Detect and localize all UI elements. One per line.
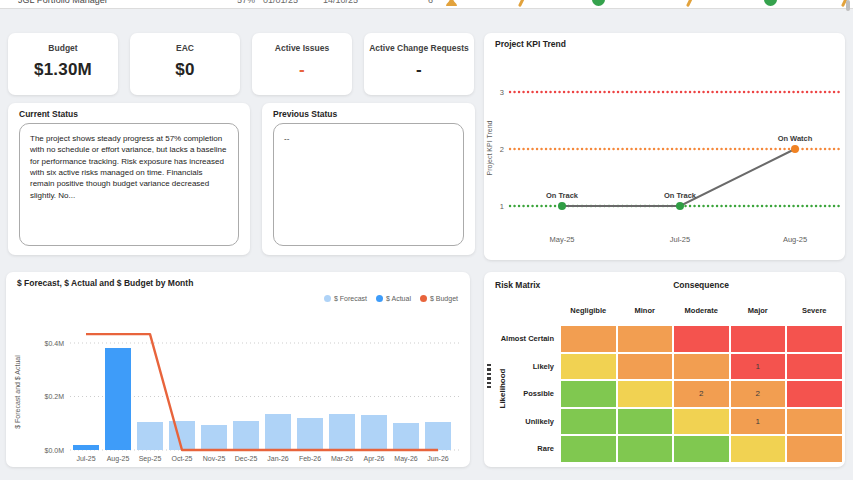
x-axis-tick: Jun-26 — [427, 455, 449, 462]
bar[interactable] — [201, 425, 227, 450]
bar[interactable] — [137, 422, 163, 450]
status-text: The project shows steady progress at 57%… — [20, 124, 238, 210]
likelihood-row-header: Rare — [484, 444, 554, 453]
x-axis-tick: Aug-25 — [107, 455, 130, 463]
kpi-trend-panel: Project KPI Trend Project KPI Trend123On… — [484, 33, 845, 260]
x-axis-tick: Jan-26 — [267, 455, 289, 462]
panel-title: $ Forecast, $ Actual and $ Budget by Mon… — [17, 278, 193, 288]
likelihood-row-header: Unlikely — [484, 417, 554, 426]
panel-title: Previous Status — [273, 109, 337, 119]
risk-cell[interactable] — [674, 354, 729, 380]
risk-cell[interactable] — [618, 326, 673, 352]
bar[interactable] — [233, 421, 259, 450]
risk-cell[interactable] — [787, 354, 842, 380]
x-axis-tick: Aug-25 — [783, 235, 807, 244]
risk-cell[interactable] — [561, 409, 616, 435]
risk-cell[interactable]: 2 — [731, 381, 786, 407]
risk-cell[interactable] — [618, 381, 673, 407]
kpi-card-eac: EAC $0 — [130, 33, 240, 95]
y-axis-tick: $0.2M — [45, 393, 65, 400]
point-label: On Track — [664, 191, 697, 200]
risk-cell[interactable]: 1 — [731, 409, 786, 435]
risk-cell[interactable] — [561, 436, 616, 462]
x-axis-tick: Oct-25 — [171, 455, 192, 462]
consequence-column-header: Moderate — [673, 306, 730, 315]
y-axis-tick: 1 — [500, 202, 504, 211]
consequence-column-header: Minor — [617, 306, 674, 315]
risk-cell[interactable] — [618, 409, 673, 435]
kpi-label: Active Issues — [252, 43, 352, 53]
risk-cell[interactable] — [787, 381, 842, 407]
kpi-card-active-change-requests: Active Change Requests - — [364, 33, 474, 95]
y-axis-title: $ Forecast and $ Actual — [14, 355, 21, 429]
kpi-value: - — [252, 60, 352, 80]
kpi-value: $1.30M — [8, 60, 118, 80]
bar[interactable] — [425, 422, 451, 450]
legend-label: $ Budget — [430, 295, 458, 302]
risk-count: 6 — [428, 0, 433, 5]
y-axis-tick: 2 — [500, 145, 504, 154]
kpi-label: Budget — [8, 43, 118, 53]
bar[interactable] — [297, 418, 323, 450]
trend-point[interactable] — [791, 145, 799, 153]
x-axis-tick: Feb-26 — [299, 455, 321, 462]
likelihood-row-header: Likely — [484, 362, 554, 371]
likelihood-row-header: Possible — [484, 389, 554, 398]
x-axis-tick: Sep-25 — [139, 455, 162, 463]
risk-cell[interactable]: 2 — [674, 381, 729, 407]
panel-title: Current Status — [19, 109, 78, 119]
risk-cell[interactable] — [731, 436, 786, 462]
kpi-value: - — [364, 60, 474, 80]
bar[interactable] — [105, 348, 131, 450]
bar[interactable] — [73, 445, 99, 450]
legend-dot-icon — [324, 295, 331, 302]
risk-cell[interactable] — [561, 354, 616, 380]
x-axis-tick: Dec-25 — [235, 455, 258, 462]
risk-cell[interactable] — [561, 326, 616, 352]
x-axis-tick: Mar-26 — [331, 455, 353, 462]
status-textbox: -- — [273, 123, 464, 246]
trend-point[interactable] — [558, 202, 566, 210]
risk-cell[interactable]: 1 — [731, 354, 786, 380]
trend-point[interactable] — [676, 202, 684, 210]
start-date: 01/01/25 — [263, 0, 298, 5]
point-label: On Watch — [778, 134, 813, 143]
x-axis-tick: Apr-26 — [363, 455, 384, 463]
risk-cell[interactable] — [787, 436, 842, 462]
x-axis-tick: Nov-25 — [203, 455, 226, 462]
risk-cell[interactable] — [674, 409, 729, 435]
legend-label: $ Actual — [386, 295, 411, 302]
y-axis-tick: $0.4M — [45, 340, 65, 347]
status-textbox: The project shows steady progress at 57%… — [19, 123, 239, 246]
legend-dot-icon — [376, 295, 383, 302]
project-name[interactable]: JGL Portfolio Manager — [18, 0, 108, 5]
bar[interactable] — [393, 423, 419, 450]
forecast-chart-panel: $ Forecast, $ Actual and $ Budget by Mon… — [6, 272, 470, 467]
risk-cell[interactable] — [674, 436, 729, 462]
bar[interactable] — [329, 414, 355, 450]
dashboard-screen: JGL Portfolio Manager 57% 01/01/25 14/10… — [0, 0, 853, 480]
consequence-column-header: Severe — [786, 306, 843, 315]
consequence-column-header: Negligible — [560, 306, 617, 315]
risk-cell[interactable] — [787, 409, 842, 435]
risk-matrix-panel: Risk Matrix Consequence Likelihood Negli… — [484, 272, 845, 467]
legend-item[interactable]: $ Budget — [420, 295, 458, 302]
risk-cell[interactable] — [787, 326, 842, 352]
risk-cell[interactable] — [731, 326, 786, 352]
status-text: -- — [274, 124, 463, 153]
x-axis-tick: Jul-25 — [670, 235, 690, 244]
green-status-icon — [764, 0, 777, 6]
risk-cell[interactable] — [561, 381, 616, 407]
vertical-scrollbar-thumb[interactable] — [846, 0, 850, 11]
risk-cell[interactable] — [618, 354, 673, 380]
x-axis-tick: May-26 — [394, 455, 417, 463]
bar[interactable] — [265, 414, 291, 450]
legend-item[interactable]: $ Forecast — [324, 295, 367, 302]
risk-cell[interactable] — [618, 436, 673, 462]
risk-cell[interactable] — [674, 326, 729, 352]
legend-item[interactable]: $ Actual — [376, 295, 411, 302]
end-date: 14/10/25 — [323, 0, 358, 5]
panel-title: Risk Matrix — [495, 280, 540, 290]
bar[interactable] — [361, 415, 387, 450]
topbar-row[interactable]: JGL Portfolio Manager 57% 01/01/25 14/10… — [0, 0, 853, 9]
